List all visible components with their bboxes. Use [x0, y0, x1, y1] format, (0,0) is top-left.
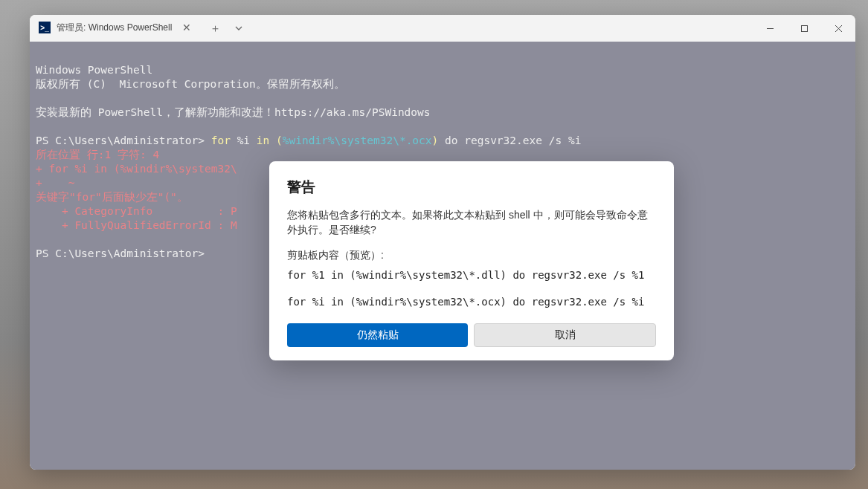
cmd-keyword: in — [257, 135, 276, 146]
tab-powershell[interactable]: >_ 管理员: Windows PowerShell ✕ — [30, 15, 203, 42]
error-line: 关键字"for"后面缺少左"("。 — [36, 191, 188, 203]
terminal-line: 版权所有 (C) Microsoft Corporation。保留所有权利。 — [36, 78, 345, 90]
cmd-text: %i — [237, 135, 257, 146]
clipboard-preview: for %1 in (%windir%\system32\*.dll) do r… — [287, 268, 656, 308]
error-line: + CategoryInfo : P — [36, 205, 237, 217]
error-line: + ~ — [36, 177, 74, 189]
prompt-text: PS C:\Users\Administrator> — [36, 247, 205, 259]
svg-rect-1 — [801, 25, 807, 31]
cmd-text: ) — [432, 135, 445, 146]
tab-title: 管理员: Windows PowerShell — [57, 22, 172, 34]
close-window-button[interactable] — [821, 15, 855, 42]
dialog-title: 警告 — [287, 178, 656, 197]
paste-warning-dialog: 警告 您将粘贴包含多行的文本。如果将此文本粘贴到 shell 中，则可能会导致命… — [269, 161, 674, 360]
clipboard-preview-label: 剪贴板内容（预览）: — [287, 249, 656, 262]
maximize-button[interactable] — [787, 15, 821, 42]
terminal-line: Windows PowerShell — [36, 64, 152, 76]
paste-anyway-button[interactable]: 仍然粘贴 — [287, 323, 468, 347]
preview-line: for %i in (%windir%\system32\*.ocx) do r… — [287, 296, 644, 308]
close-tab-icon[interactable]: ✕ — [178, 22, 196, 33]
cmd-text: do regsvr32.exe /s %i — [445, 135, 581, 146]
powershell-icon: >_ — [39, 22, 51, 33]
titlebar: >_ 管理员: Windows PowerShell ✕ ＋ — [30, 15, 855, 42]
dialog-buttons: 仍然粘贴 取消 — [287, 323, 656, 347]
minimize-button[interactable] — [753, 15, 787, 42]
app-window: >_ 管理员: Windows PowerShell ✕ ＋ Windows P… — [30, 15, 855, 470]
error-line: 所在位置 行:1 字符: 4 — [36, 149, 159, 161]
tab-dropdown-icon[interactable] — [227, 15, 251, 42]
cmd-text: ( — [276, 135, 283, 146]
cancel-button[interactable]: 取消 — [474, 323, 656, 347]
error-line: + FullyQualifiedErrorId : M — [36, 219, 237, 231]
terminal-line: 安装最新的 PowerShell，了解新功能和改进！https://aka.ms… — [36, 106, 431, 118]
cmd-path: %windir%\system32\*.ocx — [283, 135, 432, 146]
error-line: + for %i in (%windir%\system32\ — [36, 163, 237, 175]
cmd-keyword: for — [211, 135, 237, 146]
preview-line: for %1 in (%windir%\system32\*.dll) do r… — [287, 269, 644, 281]
new-tab-button[interactable]: ＋ — [203, 15, 227, 42]
dialog-body: 您将粘贴包含多行的文本。如果将此文本粘贴到 shell 中，则可能会导致命令意外… — [287, 207, 656, 237]
prompt-text: PS C:\Users\Administrator> — [36, 135, 211, 146]
